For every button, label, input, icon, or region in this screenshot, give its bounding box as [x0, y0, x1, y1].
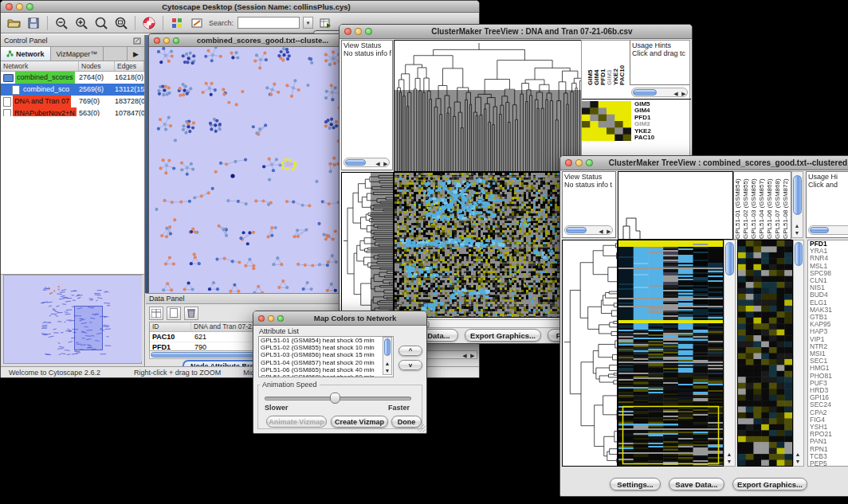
close-button[interactable]: [258, 315, 265, 322]
annotation-page-icon[interactable]: [189, 15, 205, 31]
dialog-titlebar[interactable]: Map Colors to Network: [253, 311, 426, 326]
tab-vizmapper-label: VizMapper™: [57, 50, 98, 58]
tab-overflow-button[interactable]: ▶: [127, 47, 144, 61]
vizmapper-squares-icon[interactable]: [169, 15, 185, 31]
zoom-button[interactable]: [173, 37, 179, 44]
tv1-zoom-hscrollbar[interactable]: ◀ ▶: [631, 88, 688, 97]
network-table-header[interactable]: Network Nodes Edges: [1, 61, 144, 72]
tab-network[interactable]: Network: [1, 47, 51, 61]
zoom-button[interactable]: [365, 28, 372, 35]
view-status-hscrollbar[interactable]: ◀ ▶: [344, 158, 390, 167]
zoom-in-icon[interactable]: [73, 15, 89, 31]
attribute-list[interactable]: GPL51-01 (GSM854) heat shock 05 minGPL51…: [258, 336, 394, 377]
attribute-item[interactable]: GPL51-03 (GSM856) heat shock 15 min: [259, 351, 393, 358]
tv2-heatmap-vscrollbar[interactable]: ▲ ▼: [724, 240, 736, 467]
attribute-item[interactable]: GPL51-01 (GSM854) heat shock 05 min: [259, 337, 393, 344]
minimize-button[interactable]: [163, 37, 170, 44]
tv2-export-graphics-button[interactable]: Export Graphics...: [732, 478, 807, 490]
tv1-zoom-heatmap[interactable]: [582, 101, 631, 141]
col-network: Network: [1, 61, 79, 71]
tv2-titlebar[interactable]: ClusterMaker TreeView : combined_scores_…: [560, 156, 848, 170]
network-overview-canvas[interactable]: [4, 275, 142, 361]
zoom-fit-icon[interactable]: [113, 15, 129, 31]
zoom-selected-icon[interactable]: [93, 15, 109, 31]
tv2-heatmap[interactable]: [618, 240, 724, 467]
close-button[interactable]: [154, 37, 160, 44]
attribute-item[interactable]: GPL51-06 (GSM865) heat shock 40 min: [259, 366, 393, 373]
network-canvas[interactable]: [149, 47, 344, 297]
tv2-save-data-button[interactable]: Save Data...: [669, 478, 724, 490]
treeview-window-combined: ClusterMaker TreeView : combined_scores_…: [559, 155, 848, 497]
view-status-hscrollbar[interactable]: ◀ ▶: [564, 225, 613, 235]
zoom-button[interactable]: [586, 159, 593, 166]
minimize-button[interactable]: [16, 3, 23, 10]
trash-icon[interactable]: [184, 307, 198, 320]
tv2-genelist-vscrollbar[interactable]: ▲ ▼: [793, 240, 804, 467]
file-icon: [3, 97, 11, 107]
network-overview-panel[interactable]: [3, 275, 142, 364]
tv1-array-labels: GIM5GIM4PFD1GIM3YKE2PAC10: [587, 41, 626, 85]
open-folder-icon[interactable]: [6, 15, 22, 31]
attribute-item[interactable]: GPL51-02 (GSM855) heat shock 10 min: [259, 344, 393, 351]
zoom-out-icon[interactable]: [53, 15, 69, 31]
tv2-row-dendrogram[interactable]: [562, 240, 618, 467]
main-titlebar[interactable]: Cytoscape Desktop (Session Name: collins…: [1, 1, 479, 13]
resize-grip[interactable]: [418, 424, 426, 432]
save-icon[interactable]: [26, 15, 41, 31]
tv1-heatmap[interactable]: [394, 172, 572, 318]
tv2-column-dendrogram[interactable]: [618, 171, 733, 240]
tv2-gene-labels[interactable]: PFD1YRA1RNR4MSL1SPC98CLN1NIS1BUD4ELG1MAK…: [807, 240, 848, 467]
usage-hints-hscrollbar[interactable]: [808, 225, 848, 235]
network-view-1-title: combined_scores_good.txt--cluste...: [179, 36, 346, 45]
search-input[interactable]: [238, 17, 300, 29]
minimize-button[interactable]: [575, 159, 583, 166]
tv1-titlebar[interactable]: ClusterMaker TreeView : DNA and Tran 07-…: [340, 25, 692, 39]
tv1-view-status: View Status No status info f ◀ ▶: [341, 40, 393, 170]
array-label: GPL51-03 (GSM856): [750, 172, 758, 239]
network-list-row[interactable]: combined_scores2764(0)16218(0): [1, 72, 144, 84]
array-label: PAC10: [618, 41, 625, 85]
minimize-button[interactable]: [355, 28, 362, 35]
tv2-zoom-heatmap[interactable]: [737, 240, 793, 467]
close-button[interactable]: [565, 159, 572, 166]
tab-vizmapper[interactable]: VizMapper™: [51, 47, 104, 61]
network-view-window-1[interactable]: combined_scores_good.txt--cluste...: [148, 33, 347, 299]
zoom-button[interactable]: [26, 3, 33, 10]
network-tab-icon: [6, 50, 14, 57]
zoom-button[interactable]: [277, 315, 284, 322]
gene-label: PAC10: [634, 135, 654, 141]
float-panel-icon[interactable]: [133, 37, 141, 45]
network-list-row[interactable]: combined_sco2569(6)13112(15): [1, 84, 144, 96]
animation-slider-thumb[interactable]: [330, 393, 340, 404]
import-table-icon[interactable]: [317, 15, 333, 31]
gene-label: PEP5: [810, 460, 848, 467]
new-page-icon[interactable]: [167, 307, 181, 320]
network-list-row[interactable]: DNA and Tran 07769(0)183728(0): [1, 96, 144, 107]
attribute-list-vscrollbar[interactable]: ▲ ▼: [383, 337, 392, 375]
usage-hints-text: Click and drag tc: [630, 49, 689, 57]
tv1-export-graphics-button[interactable]: Export Graphics...: [465, 329, 541, 342]
attribute-item[interactable]: GPL51-04 (GSM857) heat shock 20 min: [259, 359, 393, 366]
array-label: GPL51-08 (GSM872): [782, 172, 790, 239]
close-button[interactable]: [6, 3, 13, 10]
view-status-title: View Status: [342, 41, 392, 49]
help-lifesaver-icon[interactable]: [141, 15, 157, 31]
attribute-item[interactable]: GPL51-07 (GSM868) heat shock 60 min: [259, 373, 393, 377]
move-up-button[interactable]: ^: [398, 346, 422, 356]
tv2-labels-vscrollbar[interactable]: ▲ ▼: [791, 171, 803, 238]
search-dropdown-arrow[interactable]: ▾: [303, 17, 313, 29]
tv1-title: ClusterMaker TreeView : DNA and Tran 07-…: [372, 27, 692, 36]
table-icon[interactable]: [149, 307, 163, 320]
tv2-settings-button[interactable]: Settings...: [610, 478, 661, 490]
create-vizmap-button[interactable]: Create Vizmap: [331, 416, 388, 428]
array-label: GPL51-01 (GSM854): [734, 172, 742, 239]
move-down-button[interactable]: v: [398, 360, 422, 370]
close-button[interactable]: [344, 28, 351, 35]
view-status-text: No status info t: [563, 181, 615, 189]
minimize-button[interactable]: [268, 315, 274, 322]
network-name: combined_scores: [15, 72, 75, 84]
tv1-column-dendrogram[interactable]: [394, 40, 587, 172]
animate-vizmap-button[interactable]: Animate Vizmap: [266, 416, 327, 428]
tv1-row-dendrogram[interactable]: [341, 172, 394, 318]
network-list-empty-area[interactable]: [1, 116, 144, 275]
